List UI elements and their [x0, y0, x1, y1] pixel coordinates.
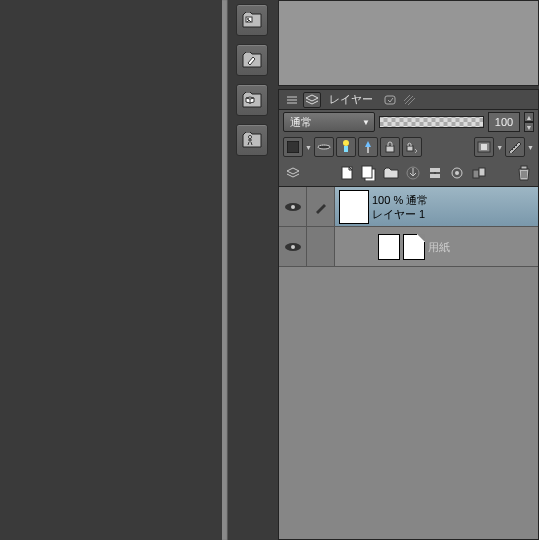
chevron-down-icon: ▼ [362, 118, 370, 127]
layer-property-row: ▼ ▼ ▼ [279, 134, 538, 160]
blend-row: 通常 ▼ 100 ▲ ▼ [279, 110, 538, 134]
chevron-up-icon[interactable]: ▲ [524, 112, 534, 122]
svg-point-21 [455, 171, 459, 175]
layer-body[interactable]: 用紙 [335, 227, 538, 266]
tab-layers[interactable] [303, 92, 321, 108]
transfer-down-button[interactable] [403, 163, 423, 183]
mask-enable-button[interactable] [474, 137, 494, 157]
svg-rect-9 [367, 147, 369, 153]
blend-mode-label: 通常 [290, 115, 312, 130]
paper-icon [403, 234, 425, 260]
panel-menu-icon[interactable] [283, 92, 301, 108]
svg-rect-22 [473, 170, 479, 178]
draft-layer-button[interactable] [358, 137, 378, 157]
layer-name: レイヤー 1 [372, 207, 428, 221]
layer-opacity-line: 100 % 通常 [372, 193, 428, 207]
layer-mode-icon[interactable] [283, 163, 303, 183]
svg-rect-13 [481, 144, 487, 150]
canvas-area [0, 0, 228, 540]
svg-rect-11 [407, 146, 413, 151]
svg-rect-8 [344, 146, 348, 152]
delete-layer-button[interactable] [514, 163, 534, 183]
svg-rect-16 [362, 166, 372, 178]
preview-panel [278, 0, 539, 86]
new-vector-layer-button[interactable] [359, 163, 379, 183]
panel-tabstrip: レイヤー [279, 90, 538, 110]
opacity-slider[interactable] [379, 116, 484, 128]
layer-target-button[interactable] [447, 163, 467, 183]
svg-rect-4 [287, 141, 299, 153]
chevron-down-icon[interactable]: ▼ [305, 144, 312, 151]
svg-point-7 [343, 140, 349, 146]
layer-body[interactable]: 100 % 通常 レイヤー 1 [335, 187, 538, 226]
layer-list: 100 % 通常 レイヤー 1 用紙 [279, 186, 538, 539]
edit-indicator[interactable] [307, 187, 335, 226]
shelf-image-folder[interactable] [236, 4, 268, 36]
clip-mask-button[interactable] [314, 137, 334, 157]
reference-layer-button[interactable] [336, 137, 356, 157]
chevron-down-icon[interactable]: ▼ [527, 144, 534, 151]
ruler-button[interactable] [505, 137, 525, 157]
layers-panel: レイヤー 通常 ▼ 100 ▲ ▼ ▼ [278, 89, 539, 540]
layer-thumbnail [378, 234, 400, 260]
opacity-value[interactable]: 100 [488, 112, 520, 132]
lock-button[interactable] [380, 137, 400, 157]
new-raster-layer-button[interactable] [337, 163, 357, 183]
tool-shelf [236, 0, 272, 200]
two-windows-button[interactable] [469, 163, 489, 183]
new-folder-button[interactable] [381, 163, 401, 183]
shelf-3d-folder[interactable] [236, 84, 268, 116]
visibility-toggle[interactable] [279, 227, 307, 266]
layer-row[interactable]: 用紙 [279, 227, 538, 267]
layer-row[interactable]: 100 % 通常 レイヤー 1 [279, 187, 538, 227]
palette-color-button[interactable] [283, 137, 303, 157]
tab-hatch-icon[interactable] [401, 92, 419, 108]
blend-mode-select[interactable]: 通常 ▼ [283, 112, 375, 132]
edit-indicator[interactable] [307, 227, 335, 266]
merge-down-button[interactable] [425, 163, 445, 183]
svg-point-28 [291, 245, 295, 249]
opacity-stepper[interactable]: ▲ ▼ [524, 112, 534, 132]
layer-name: 用紙 [428, 240, 450, 254]
svg-rect-10 [386, 146, 394, 152]
panel-title: レイヤー [323, 92, 379, 107]
layer-thumbnail [339, 190, 369, 224]
chevron-down-icon[interactable]: ▼ [496, 144, 503, 151]
svg-rect-18 [430, 168, 440, 172]
svg-rect-24 [521, 166, 527, 169]
tab-layer-search[interactable] [381, 92, 399, 108]
visibility-toggle[interactable] [279, 187, 307, 226]
shelf-material-folder[interactable] [236, 44, 268, 76]
layer-action-row [279, 160, 538, 186]
svg-point-26 [291, 205, 295, 209]
shelf-pose-folder[interactable] [236, 124, 268, 156]
svg-rect-23 [479, 168, 485, 176]
chevron-down-icon[interactable]: ▼ [524, 122, 534, 132]
svg-rect-3 [385, 96, 395, 104]
lock-menu-button[interactable] [402, 137, 422, 157]
svg-rect-19 [430, 174, 440, 178]
